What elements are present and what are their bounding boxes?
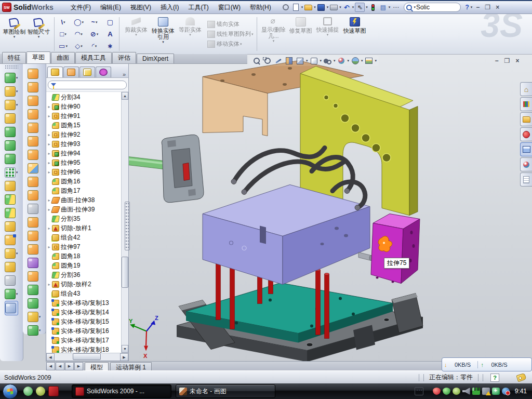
feature-tree-item[interactable]: 曲面-拉伸38 xyxy=(46,195,121,205)
feature-tree-item[interactable]: 拉伸91 xyxy=(46,111,121,121)
property-manager-tab[interactable] xyxy=(63,66,79,77)
command-tab[interactable]: DimXpert xyxy=(137,54,174,63)
help-button[interactable]: ? xyxy=(465,4,469,11)
feature-tree-item[interactable]: 拉伸90 xyxy=(46,102,121,111)
command-tab[interactable]: 评估 xyxy=(112,52,136,63)
menu-item[interactable]: 工具(T) xyxy=(183,2,213,14)
toolbar-icon[interactable] xyxy=(379,3,388,11)
toolbar-button[interactable]: ▾ xyxy=(5,71,19,85)
toolbar-button[interactable]: ▾ xyxy=(28,189,42,202)
toolbar-button[interactable]: ▾ xyxy=(5,233,19,247)
toolbar-button[interactable]: ▾ xyxy=(28,135,42,148)
toolbar-button[interactable]: ▾ xyxy=(28,162,42,175)
scroll-right-button[interactable]: ▶ xyxy=(120,353,128,361)
hide-show-items-icon[interactable] xyxy=(323,57,332,65)
command-tab[interactable]: 特征 xyxy=(2,52,26,63)
toolbar-button[interactable]: ▾ xyxy=(5,301,19,315)
toolbar-button[interactable]: ▾ xyxy=(5,206,19,220)
configuration-manager-tab[interactable] xyxy=(79,66,95,77)
feature-tree-item[interactable]: 圆角17 xyxy=(46,186,121,195)
feature-tree-item[interactable]: 圆角16 xyxy=(46,177,121,186)
toolbar-button[interactable]: ▾ xyxy=(28,270,42,283)
tag-icon[interactable] xyxy=(516,373,526,382)
menu-item[interactable]: 窗口(W) xyxy=(214,2,245,14)
section-view-icon[interactable] xyxy=(284,57,294,65)
network-icon[interactable] xyxy=(472,388,480,395)
toolbar-grip[interactable] xyxy=(5,65,18,69)
badge-icon[interactable] xyxy=(453,388,460,395)
chevron-icon[interactable] xyxy=(62,387,68,396)
feature-tree-item[interactable]: 组合43 xyxy=(46,289,121,298)
toolbar-button[interactable]: ▾ xyxy=(5,112,19,125)
feature-tree-item[interactable]: 拉伸96 xyxy=(46,167,121,177)
toolbar-button[interactable]: ▾ xyxy=(5,193,19,206)
feature-tree-item[interactable]: 拉伸94 xyxy=(46,149,121,158)
panel-overflow-chevron[interactable]: » xyxy=(121,71,127,77)
feature-tree-item[interactable]: 分割34 xyxy=(46,92,121,102)
ribbon-command-button[interactable]: 修复草图 ▾ xyxy=(287,15,314,54)
toolbar-button[interactable]: ▾ xyxy=(28,256,42,270)
sketch-entity-button[interactable]: ◇▾ xyxy=(71,40,87,52)
volume-icon[interactable] xyxy=(462,388,470,395)
toolbar-icon[interactable] xyxy=(355,3,365,12)
feature-tree-item[interactable]: 拉伸97 xyxy=(46,242,121,251)
feature-tree-item[interactable]: 分割36 xyxy=(46,270,121,280)
toolbar-button[interactable]: ▾ xyxy=(28,229,42,243)
feature-tree-item[interactable]: 实体-移动/复制14 xyxy=(46,308,121,317)
menu-item[interactable]: 编辑(E) xyxy=(96,2,126,14)
feature-tree-item[interactable]: 实体-移动/复制13 xyxy=(46,298,121,308)
taskbar-window-button[interactable]: 未命名 - 画图 xyxy=(176,384,275,398)
ribbon-command-button[interactable]: 转换实体引用 ▾ xyxy=(150,15,177,54)
feature-tree-item[interactable]: 曲面-拉伸39 xyxy=(46,205,121,214)
zoom-to-area-icon[interactable] xyxy=(262,57,272,65)
toolbar-button[interactable]: ▾ xyxy=(5,247,19,260)
feature-tree-item[interactable]: 实体-移动/复制18 xyxy=(46,345,121,353)
motion-nav-button[interactable]: ◀ xyxy=(46,362,55,370)
feature-tree-item[interactable]: 拉伸92 xyxy=(46,130,121,139)
toolbar-button[interactable]: ▾ xyxy=(5,274,19,287)
menu-item[interactable]: 插入(I) xyxy=(156,2,183,14)
toolbar-button[interactable]: ▾ xyxy=(5,260,19,274)
sketch-entity-button[interactable]: ▭▾ xyxy=(56,40,71,52)
toolbar-button[interactable]: ▾ xyxy=(28,202,42,216)
ribbon-big-button[interactable]: 草图绘制 ▾ xyxy=(2,15,26,54)
toolbar-icon[interactable] xyxy=(304,3,313,11)
feature-tree-item[interactable]: 实体-移动/复制17 xyxy=(46,336,121,345)
sketch-entity-button[interactable]: ∗▾ xyxy=(102,40,118,52)
ribbon-command-button[interactable]: 显示/删除几... ▾ xyxy=(260,15,287,54)
feature-tree-item[interactable]: 实体-移动/复制16 xyxy=(46,326,121,336)
sketch-entity-button[interactable]: A▾ xyxy=(102,28,118,40)
toolbar-button[interactable]: ▾ xyxy=(5,98,19,112)
feature-tree-item[interactable]: 组合42 xyxy=(46,233,121,242)
sketch-entity-button[interactable]: ◯▾ xyxy=(71,16,87,28)
network-warning-icon[interactable] xyxy=(482,388,490,395)
scroll-thumb[interactable] xyxy=(73,353,101,360)
solidworks-icon[interactable] xyxy=(48,386,59,396)
app-icon[interactable] xyxy=(36,387,45,396)
file-explorer-tab[interactable] xyxy=(520,112,532,126)
toolbar-button[interactable]: ▾ xyxy=(28,81,42,94)
toolbar-icon[interactable] xyxy=(282,3,290,11)
toolbar-button[interactable]: ▾ xyxy=(28,283,42,297)
toolbar-icon[interactable] xyxy=(342,3,351,11)
custom-properties-tab[interactable] xyxy=(520,172,532,187)
feature-manager-tab[interactable] xyxy=(47,66,63,77)
command-tab[interactable]: 草图 xyxy=(26,51,50,63)
design-library-tab[interactable] xyxy=(520,97,532,111)
toolbar-button[interactable]: ▾ xyxy=(5,85,19,98)
sketch-entity-button[interactable]: ~▾ xyxy=(87,16,102,28)
sketch-entity-button[interactable]: ◠▾ xyxy=(71,28,87,40)
ribbon-stack-button[interactable]: 线性草图阵列 ▾ xyxy=(206,29,256,39)
security-shield-icon[interactable] xyxy=(443,388,450,395)
ribbon-big-button[interactable]: 智能尺寸 ▾ xyxy=(26,15,51,54)
ribbon-command-button[interactable]: 等距实体 ▾ xyxy=(177,15,204,54)
ribbon-command-button[interactable]: 快速捕捉 ▾ xyxy=(314,15,341,54)
appearance-icon[interactable] xyxy=(337,57,347,65)
search-box[interactable]: ▾ Solic xyxy=(404,3,461,12)
tree-filter-input[interactable] xyxy=(48,81,127,89)
motion-nav-button[interactable]: ▶ xyxy=(65,362,74,370)
sync-icon[interactable] xyxy=(502,388,510,395)
toolbar-button[interactable]: ▾ xyxy=(28,216,42,229)
ribbon-stack-button[interactable]: 移动实体 ▾ xyxy=(206,39,256,49)
view-orientation-icon[interactable] xyxy=(295,57,305,65)
